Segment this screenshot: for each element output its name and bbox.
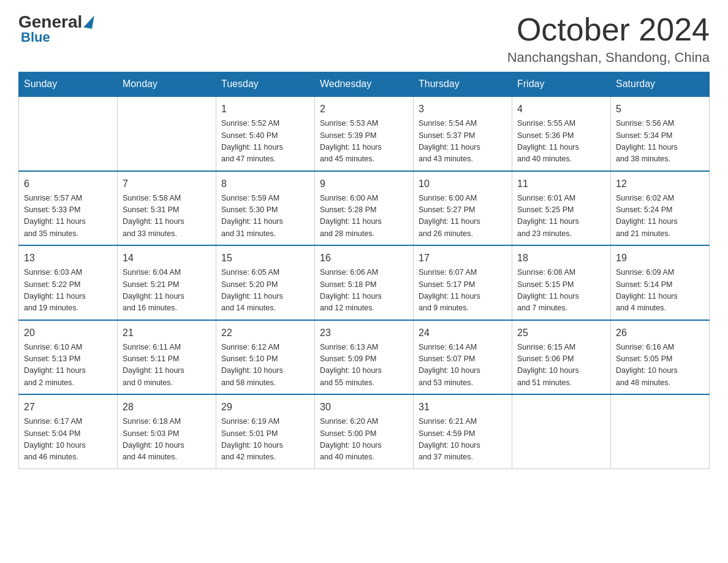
calendar-cell: 11Sunrise: 6:01 AMSunset: 5:25 PMDayligh… <box>512 171 611 246</box>
sun-info: Sunrise: 6:01 AMSunset: 5:25 PMDaylight:… <box>517 193 605 240</box>
sun-info: Sunrise: 5:53 AMSunset: 5:39 PMDaylight:… <box>320 118 408 166</box>
calendar-cell: 19Sunrise: 6:09 AMSunset: 5:14 PMDayligh… <box>611 245 710 320</box>
day-number: 18 <box>517 251 605 266</box>
calendar-cell: 31Sunrise: 6:21 AMSunset: 4:59 PMDayligh… <box>414 394 512 469</box>
calendar-cell: 7Sunrise: 5:58 AMSunset: 5:31 PMDaylight… <box>118 171 216 246</box>
day-number: 9 <box>320 177 408 191</box>
calendar-cell: 26Sunrise: 6:16 AMSunset: 5:05 PMDayligh… <box>611 320 710 395</box>
day-number: 8 <box>221 177 309 191</box>
day-header-tuesday: Tuesday <box>216 72 315 97</box>
day-header-wednesday: Wednesday <box>315 72 414 97</box>
day-number: 28 <box>123 400 211 415</box>
sun-info: Sunrise: 6:08 AMSunset: 5:15 PMDaylight:… <box>517 267 605 315</box>
logo-blue-text: Blue <box>21 29 50 45</box>
day-header-monday: Monday <box>118 72 216 97</box>
calendar-cell: 30Sunrise: 6:20 AMSunset: 5:00 PMDayligh… <box>315 394 414 469</box>
calendar-cell: 13Sunrise: 6:03 AMSunset: 5:22 PMDayligh… <box>19 245 118 320</box>
day-number: 31 <box>419 400 507 415</box>
calendar-cell: 28Sunrise: 6:18 AMSunset: 5:03 PMDayligh… <box>118 394 216 469</box>
sun-info: Sunrise: 6:13 AMSunset: 5:09 PMDaylight:… <box>320 342 408 389</box>
day-number: 11 <box>517 177 605 191</box>
calendar-cell: 17Sunrise: 6:07 AMSunset: 5:17 PMDayligh… <box>414 245 512 320</box>
day-number: 6 <box>24 177 112 191</box>
day-header-thursday: Thursday <box>414 72 512 97</box>
day-number: 1 <box>221 102 309 117</box>
calendar-cell: 23Sunrise: 6:13 AMSunset: 5:09 PMDayligh… <box>315 320 414 395</box>
sun-info: Sunrise: 6:00 AMSunset: 5:27 PMDaylight:… <box>419 193 507 240</box>
day-number: 5 <box>616 102 704 117</box>
sun-info: Sunrise: 6:20 AMSunset: 5:00 PMDaylight:… <box>320 416 408 464</box>
day-number: 23 <box>320 326 408 340</box>
day-header-sunday: Sunday <box>19 72 118 97</box>
sun-info: Sunrise: 5:52 AMSunset: 5:40 PMDaylight:… <box>221 118 309 166</box>
calendar-header: SundayMondayTuesdayWednesdayThursdayFrid… <box>19 72 710 97</box>
calendar-cell: 5Sunrise: 5:56 AMSunset: 5:34 PMDaylight… <box>611 96 710 171</box>
day-number: 12 <box>616 177 704 191</box>
sun-info: Sunrise: 6:03 AMSunset: 5:22 PMDaylight:… <box>24 267 112 315</box>
calendar-cell: 9Sunrise: 6:00 AMSunset: 5:28 PMDaylight… <box>315 171 414 246</box>
calendar-cell: 16Sunrise: 6:06 AMSunset: 5:18 PMDayligh… <box>315 245 414 320</box>
day-header-friday: Friday <box>512 72 611 97</box>
page-header: General Blue October 2024 Nanchangshan, … <box>18 12 710 66</box>
calendar-cell: 22Sunrise: 6:12 AMSunset: 5:10 PMDayligh… <box>216 320 315 395</box>
subtitle: Nanchangshan, Shandong, China <box>507 50 710 66</box>
day-number: 20 <box>24 326 112 340</box>
calendar-cell: 4Sunrise: 5:55 AMSunset: 5:36 PMDaylight… <box>512 96 611 171</box>
sun-info: Sunrise: 5:58 AMSunset: 5:31 PMDaylight:… <box>123 193 211 240</box>
calendar-cell: 3Sunrise: 5:54 AMSunset: 5:37 PMDaylight… <box>414 96 512 171</box>
day-number: 7 <box>123 177 211 191</box>
calendar-cell: 8Sunrise: 5:59 AMSunset: 5:30 PMDaylight… <box>216 171 315 246</box>
sun-info: Sunrise: 6:06 AMSunset: 5:18 PMDaylight:… <box>320 267 408 315</box>
calendar-cell: 29Sunrise: 6:19 AMSunset: 5:01 PMDayligh… <box>216 394 315 469</box>
day-header-row: SundayMondayTuesdayWednesdayThursdayFrid… <box>19 72 710 97</box>
day-number: 21 <box>123 326 211 340</box>
day-number: 30 <box>320 400 408 415</box>
sun-info: Sunrise: 6:09 AMSunset: 5:14 PMDaylight:… <box>616 267 704 315</box>
day-number: 2 <box>320 102 408 117</box>
title-section: October 2024 Nanchangshan, Shandong, Chi… <box>507 12 710 66</box>
sun-info: Sunrise: 6:07 AMSunset: 5:17 PMDaylight:… <box>419 267 507 315</box>
sun-info: Sunrise: 6:00 AMSunset: 5:28 PMDaylight:… <box>320 193 408 240</box>
week-row-5: 27Sunrise: 6:17 AMSunset: 5:04 PMDayligh… <box>19 394 710 469</box>
sun-info: Sunrise: 6:05 AMSunset: 5:20 PMDaylight:… <box>221 267 309 315</box>
calendar-cell: 1Sunrise: 5:52 AMSunset: 5:40 PMDaylight… <box>216 96 315 171</box>
day-number: 14 <box>123 251 211 266</box>
calendar-cell <box>611 394 710 469</box>
day-number: 26 <box>616 326 704 340</box>
sun-info: Sunrise: 6:18 AMSunset: 5:03 PMDaylight:… <box>123 416 211 464</box>
calendar-cell: 6Sunrise: 5:57 AMSunset: 5:33 PMDaylight… <box>19 171 118 246</box>
week-row-2: 6Sunrise: 5:57 AMSunset: 5:33 PMDaylight… <box>19 171 710 246</box>
sun-info: Sunrise: 6:02 AMSunset: 5:24 PMDaylight:… <box>616 193 704 240</box>
calendar-cell: 15Sunrise: 6:05 AMSunset: 5:20 PMDayligh… <box>216 245 315 320</box>
calendar-cell: 27Sunrise: 6:17 AMSunset: 5:04 PMDayligh… <box>19 394 118 469</box>
calendar-cell <box>118 96 216 171</box>
calendar-cell: 18Sunrise: 6:08 AMSunset: 5:15 PMDayligh… <box>512 245 611 320</box>
calendar-cell: 20Sunrise: 6:10 AMSunset: 5:13 PMDayligh… <box>19 320 118 395</box>
calendar-cell: 25Sunrise: 6:15 AMSunset: 5:06 PMDayligh… <box>512 320 611 395</box>
sun-info: Sunrise: 6:04 AMSunset: 5:21 PMDaylight:… <box>123 267 211 315</box>
logo-triangle-icon <box>83 14 94 29</box>
day-number: 19 <box>616 251 704 266</box>
day-number: 27 <box>24 400 112 415</box>
day-number: 25 <box>517 326 605 340</box>
week-row-4: 20Sunrise: 6:10 AMSunset: 5:13 PMDayligh… <box>19 320 710 395</box>
sun-info: Sunrise: 6:10 AMSunset: 5:13 PMDaylight:… <box>24 342 112 389</box>
day-number: 24 <box>419 326 507 340</box>
day-number: 13 <box>24 251 112 266</box>
day-number: 17 <box>419 251 507 266</box>
sun-info: Sunrise: 6:14 AMSunset: 5:07 PMDaylight:… <box>419 342 507 389</box>
calendar-table: SundayMondayTuesdayWednesdayThursdayFrid… <box>18 72 710 469</box>
sun-info: Sunrise: 5:55 AMSunset: 5:36 PMDaylight:… <box>517 118 605 166</box>
week-row-3: 13Sunrise: 6:03 AMSunset: 5:22 PMDayligh… <box>19 245 710 320</box>
sun-info: Sunrise: 5:56 AMSunset: 5:34 PMDaylight:… <box>616 118 704 166</box>
calendar-cell: 14Sunrise: 6:04 AMSunset: 5:21 PMDayligh… <box>118 245 216 320</box>
sun-info: Sunrise: 6:17 AMSunset: 5:04 PMDaylight:… <box>24 416 112 464</box>
sun-info: Sunrise: 5:59 AMSunset: 5:30 PMDaylight:… <box>221 193 309 240</box>
calendar-cell: 2Sunrise: 5:53 AMSunset: 5:39 PMDaylight… <box>315 96 414 171</box>
sun-info: Sunrise: 6:16 AMSunset: 5:05 PMDaylight:… <box>616 342 704 389</box>
day-number: 3 <box>419 102 507 117</box>
day-number: 22 <box>221 326 309 340</box>
calendar-cell: 12Sunrise: 6:02 AMSunset: 5:24 PMDayligh… <box>611 171 710 246</box>
main-title: October 2024 <box>507 12 710 47</box>
logo: General Blue <box>18 12 93 45</box>
